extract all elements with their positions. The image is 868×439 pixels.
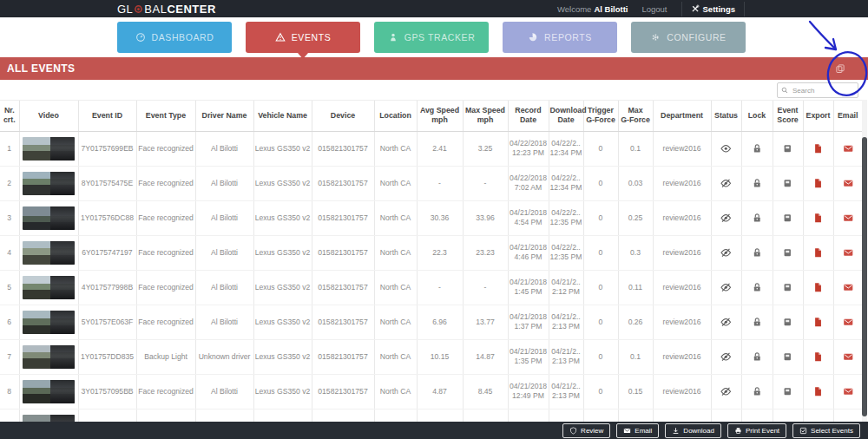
logout-link[interactable]: Logout bbox=[641, 4, 667, 14]
scrollbar-track[interactable] bbox=[862, 100, 867, 422]
event-type: Face recognized bbox=[136, 200, 195, 235]
event-score-icon[interactable] bbox=[782, 386, 793, 397]
search-box bbox=[777, 82, 858, 98]
driver-name: Al Bilotti bbox=[195, 166, 253, 200]
lock-icon[interactable] bbox=[752, 282, 763, 293]
footer-button-label: Review bbox=[581, 427, 603, 435]
footer-download-button[interactable]: Download bbox=[665, 423, 721, 438]
envelope-icon[interactable] bbox=[843, 247, 854, 259]
event-score-icon[interactable] bbox=[782, 351, 793, 363]
event-id: 4Y017577998B bbox=[78, 270, 136, 305]
row-number: 4 bbox=[0, 235, 19, 270]
video-thumbnail[interactable] bbox=[23, 206, 75, 230]
nav-events[interactable]: EVENTS bbox=[246, 22, 360, 53]
trigger-g-force: 0 bbox=[583, 305, 618, 339]
envelope-icon[interactable] bbox=[843, 282, 854, 293]
lock-icon[interactable] bbox=[752, 178, 763, 189]
settings-button[interactable]: Settings bbox=[681, 2, 745, 16]
scrollbar-thumb[interactable] bbox=[862, 137, 867, 416]
video-thumbnail[interactable] bbox=[23, 345, 75, 369]
email-icon bbox=[623, 427, 631, 435]
video-thumbnail[interactable] bbox=[23, 172, 75, 195]
envelope-icon[interactable] bbox=[843, 317, 854, 328]
event-type: Face recognized bbox=[136, 235, 195, 270]
eye-off-icon bbox=[720, 351, 732, 363]
event-score-icon[interactable] bbox=[782, 143, 793, 154]
footer-review-button[interactable]: Review bbox=[562, 423, 610, 438]
location: North CA bbox=[374, 339, 417, 374]
footer-email-button[interactable]: Email bbox=[616, 423, 659, 438]
search-input[interactable] bbox=[791, 86, 848, 95]
video-thumbnail[interactable] bbox=[23, 276, 75, 299]
max-speed: 33.96 bbox=[463, 200, 508, 235]
vehicle-name: Lexus GS350 v2 bbox=[253, 235, 312, 270]
lock-icon[interactable] bbox=[752, 317, 763, 328]
max-speed: - bbox=[463, 270, 508, 305]
max-speed: 3.25 bbox=[463, 131, 508, 166]
pdf-icon[interactable] bbox=[812, 247, 824, 259]
download-date: 04/21/2..2:13 PM bbox=[549, 374, 583, 409]
user-name: Al Bilotti bbox=[594, 4, 628, 14]
record-date: 04/21/20184:46 PM bbox=[508, 235, 549, 270]
pdf-icon[interactable] bbox=[812, 386, 824, 397]
location: North CA bbox=[374, 305, 417, 339]
row-number: 2 bbox=[0, 166, 19, 200]
envelope-icon[interactable] bbox=[843, 213, 854, 224]
location: North CA bbox=[374, 166, 417, 200]
envelope-icon[interactable] bbox=[843, 143, 854, 154]
pdf-icon[interactable] bbox=[812, 143, 824, 154]
nav-label: REPORTS bbox=[544, 32, 592, 43]
footer-button-label: Download bbox=[683, 427, 714, 435]
pdf-icon[interactable] bbox=[812, 213, 824, 224]
nav-configure[interactable]: CONFIGURE bbox=[631, 22, 746, 53]
event-score-icon[interactable] bbox=[782, 178, 793, 189]
pdf-icon[interactable] bbox=[812, 351, 824, 363]
nav-label: DASHBOARD bbox=[152, 32, 214, 43]
nav-dashboard[interactable]: DASHBOARD bbox=[117, 22, 232, 53]
lock-icon[interactable] bbox=[752, 143, 763, 154]
event-id: 1Y017576DC88 bbox=[78, 200, 136, 235]
driver-name: Al Bilotti bbox=[195, 374, 253, 409]
video-thumbnail[interactable] bbox=[23, 241, 75, 265]
top-bar: GL BALCENTER WelcomeAl Bilotti Logout Se… bbox=[0, 0, 868, 17]
print-icon bbox=[734, 427, 742, 435]
avg-speed: 30.36 bbox=[417, 200, 463, 235]
footer-select-events-button[interactable]: Select Events bbox=[792, 423, 860, 438]
location: North CA bbox=[374, 200, 417, 235]
event-score-icon[interactable] bbox=[782, 317, 793, 328]
copy-icon[interactable] bbox=[835, 63, 845, 74]
configure-icon bbox=[650, 32, 661, 43]
table-row: 28Y017575475EFace recognizedAl BilottiLe… bbox=[0, 166, 862, 200]
video-thumbnail[interactable] bbox=[23, 137, 75, 161]
event-score-icon[interactable] bbox=[782, 282, 793, 293]
pdf-icon[interactable] bbox=[812, 317, 824, 328]
footer-print-event-button[interactable]: Print Event bbox=[727, 423, 786, 438]
event-score-icon[interactable] bbox=[782, 213, 793, 224]
driver-name: Al Bilotti bbox=[195, 270, 253, 305]
video-thumbnail[interactable] bbox=[23, 311, 75, 334]
page-title: ALL EVENTS bbox=[7, 62, 75, 75]
pdf-icon[interactable] bbox=[812, 282, 824, 293]
event-type: Face recognized bbox=[136, 166, 195, 200]
video-thumbnail[interactable] bbox=[23, 380, 75, 403]
event-score-icon[interactable] bbox=[782, 247, 793, 259]
max-g-force: 0.26 bbox=[618, 305, 653, 339]
row-number: 1 bbox=[0, 131, 19, 166]
nav-gps-tracker[interactable]: GPS TRACKER bbox=[374, 22, 489, 53]
lock-icon[interactable] bbox=[752, 351, 763, 363]
nav-reports[interactable]: REPORTS bbox=[503, 22, 617, 53]
envelope-icon[interactable] bbox=[843, 351, 854, 363]
department: review2016 bbox=[653, 235, 711, 270]
lock-icon[interactable] bbox=[752, 247, 763, 259]
device: 015821301757 bbox=[312, 374, 374, 409]
eye-off-icon bbox=[720, 386, 732, 397]
lock-icon[interactable] bbox=[752, 213, 763, 224]
department: review2016 bbox=[653, 166, 711, 200]
pdf-icon[interactable] bbox=[812, 178, 824, 189]
envelope-icon[interactable] bbox=[843, 178, 854, 189]
welcome-text: WelcomeAl Bilotti bbox=[557, 4, 628, 14]
max-speed: - bbox=[463, 166, 508, 200]
lock-icon[interactable] bbox=[752, 386, 763, 397]
eye-off-icon bbox=[720, 178, 732, 189]
envelope-icon[interactable] bbox=[843, 386, 854, 397]
